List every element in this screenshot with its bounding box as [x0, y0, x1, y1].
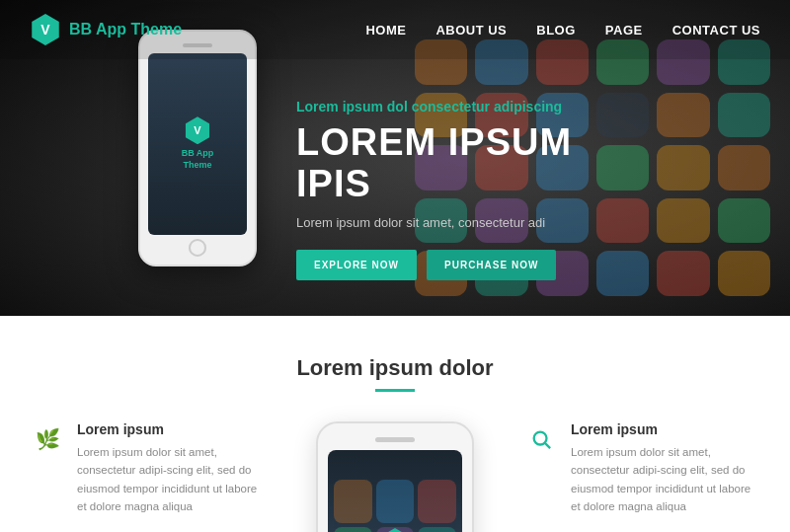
svg-line-1 [545, 443, 550, 448]
brand-name-part2: Theme [126, 21, 182, 38]
svg-point-0 [534, 432, 547, 445]
search-icon [523, 421, 559, 457]
center-phone-wrap: V BB App Theme [286, 421, 504, 532]
brand-logo: V [30, 14, 61, 45]
purchase-now-button[interactable]: PURCHASE NOW [427, 250, 556, 280]
feature-desc-3: Lorem ipsum dolor sit amet, consectetur … [571, 443, 760, 516]
feature-title-1: Lorem ipsum [77, 421, 267, 437]
phone-app-name: BB App Theme [182, 148, 214, 171]
brand-name-part1: BB App [69, 21, 126, 38]
phone-screen: V BB App Theme [148, 53, 247, 235]
hero-phone-mockup: V BB App Theme [138, 30, 257, 266]
center-phone-speaker [375, 437, 415, 442]
brand: V BB App Theme [30, 14, 182, 45]
feature-title-3: Lorem ipsum [571, 421, 760, 437]
nav-blog[interactable]: BLOG [536, 23, 576, 38]
brand-name: BB App Theme [69, 21, 182, 38]
feature-desc-1: Lorem ipsum dolor sit amet, consectetur … [77, 443, 267, 516]
features-grid: 🌿 Lorem ipsum Lorem ipsum dolor sit amet… [30, 421, 760, 532]
nav-menu: HOME ABOUT US BLOG PAGE CONTACT US [365, 21, 760, 38]
nav-contact[interactable]: CONTACT US [672, 23, 760, 38]
nav-page[interactable]: PAGE [605, 23, 643, 38]
feature-item: Lorem ipsum Lorem ipsum dolor sit amet, … [523, 421, 760, 516]
section-title: Lorem ipsum dolor [30, 355, 760, 381]
hero-section: V BB App Theme HOME ABOUT US BLOG PAGE C… [0, 0, 790, 316]
hero-subtitle-plain: Lorem ipsum dol [296, 99, 408, 114]
section-divider [375, 389, 415, 392]
nav-home[interactable]: HOME [365, 23, 406, 38]
phone-logo-letter: V [194, 124, 200, 136]
hero-buttons: EXPLORE NOW PURCHASE NOW [296, 250, 642, 280]
section-title-wrap: Lorem ipsum dolor [30, 355, 760, 392]
phone-app-name-text: BB App [182, 148, 214, 160]
brand-logo-letter: V [40, 22, 49, 38]
feature-text-3: Lorem ipsum Lorem ipsum dolor sit amet, … [571, 421, 760, 516]
leaf-icon: 🌿 [30, 421, 65, 457]
hero-subtitle-accent: consectetur [412, 99, 490, 114]
phone-logo-hex: V [184, 116, 211, 144]
feature-text-1: Lorem ipsum Lorem ipsum dolor sit amet, … [77, 421, 267, 516]
features-section: Lorem ipsum dolor 🌿 Lorem ipsum Lorem ip… [0, 316, 790, 532]
center-app-grid [328, 450, 462, 532]
hero-subtitle: Lorem ipsum dol consectetur adipiscing [296, 99, 642, 114]
hero-description: Lorem ipsum dolor sit amet, consectetur … [296, 215, 642, 230]
phone-theme-text: Theme [182, 160, 214, 172]
features-left: 🌿 Lorem ipsum Lorem ipsum dolor sit amet… [30, 421, 267, 532]
center-phone-screen: V BB App Theme [328, 450, 462, 532]
navbar: V BB App Theme HOME ABOUT US BLOG PAGE C… [0, 0, 790, 59]
feature-item: 🌿 Lorem ipsum Lorem ipsum dolor sit amet… [30, 421, 267, 516]
hero-subtitle-end: adipiscing [494, 99, 562, 114]
phone-home-button [189, 239, 206, 257]
features-right: Lorem ipsum Lorem ipsum dolor sit amet, … [523, 421, 760, 532]
hero-title: LOREM IPSUM IPIS [296, 122, 642, 205]
explore-now-button[interactable]: EXPLORE NOW [296, 250, 417, 280]
phone-outer: V BB App Theme [138, 30, 257, 266]
center-phone: V BB App Theme [316, 421, 474, 532]
hero-content: Lorem ipsum dol consectetur adipiscing L… [296, 99, 642, 280]
nav-about[interactable]: ABOUT US [435, 23, 507, 38]
